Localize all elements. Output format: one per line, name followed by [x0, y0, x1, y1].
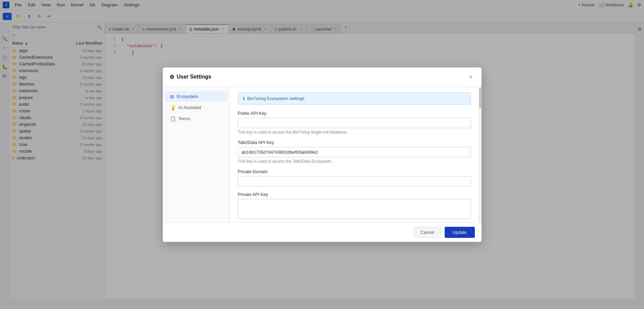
- lightbulb-icon: 💡: [170, 105, 176, 110]
- update-button[interactable]: Update: [445, 227, 475, 238]
- private-api-key-label: Private API Key: [238, 192, 471, 197]
- private-domain-input[interactable]: [238, 176, 471, 187]
- talk2data-api-key-label: Talk2Data API Key: [238, 140, 471, 145]
- modal-sidebar: ⊞ Ecosystem 💡 AI Assistant 📋 Terms: [163, 87, 230, 222]
- talk2data-api-key-input[interactable]: [238, 147, 471, 157]
- user-settings-modal: ⚙ User Settings × ⊞ Ecosystem 💡 AI Assis…: [163, 67, 482, 242]
- cancel-button[interactable]: Cancel: [413, 227, 441, 238]
- public-api-key-hint: This key is used to access the BioTuring…: [238, 130, 471, 135]
- public-api-key-label: Public API Key: [238, 111, 471, 116]
- modal-form-content: ℹ BioTuring Ecosystem settings Public AP…: [230, 87, 479, 222]
- modal-header: ⚙ User Settings ×: [163, 67, 482, 87]
- grid-icon: ⊞: [170, 94, 174, 99]
- modal-footer: Cancel Update: [163, 222, 482, 242]
- nav-item-ai-assistant[interactable]: 💡 AI Assistant: [165, 102, 228, 113]
- private-api-key-input[interactable]: [238, 199, 471, 219]
- private-domain-label: Private Domain: [238, 169, 471, 174]
- settings-gear-icon: ⚙: [169, 74, 174, 80]
- doc-icon: 📋: [170, 116, 176, 121]
- modal-title: ⚙ User Settings: [169, 74, 211, 80]
- nav-item-ecosystem-label: Ecosystem: [177, 94, 198, 99]
- info-banner-text: BioTuring Ecosystem settings: [247, 96, 305, 101]
- nav-item-ecosystem[interactable]: ⊞ Ecosystem: [165, 91, 228, 102]
- talk2data-api-key-hint: This key is used to access the Talk2Data…: [238, 159, 471, 164]
- modal-body: ⊞ Ecosystem 💡 AI Assistant 📋 Terms ℹ Bio…: [163, 87, 482, 222]
- modal-scrollbar[interactable]: [479, 87, 482, 222]
- modal-overlay: ⚙ User Settings × ⊞ Ecosystem 💡 AI Assis…: [0, 0, 644, 309]
- scrollbar-thumb: [479, 88, 481, 108]
- info-icon: ℹ: [243, 96, 245, 101]
- public-api-key-input[interactable]: [238, 118, 471, 128]
- info-banner: ℹ BioTuring Ecosystem settings: [238, 92, 471, 105]
- nav-item-terms[interactable]: 📋 Terms: [165, 113, 228, 124]
- public-api-key-group: Public API Key This key is used to acces…: [238, 111, 471, 135]
- nav-item-terms-label: Terms: [179, 116, 190, 121]
- nav-item-ai-label: AI Assistant: [179, 105, 201, 110]
- modal-close-button[interactable]: ×: [467, 73, 475, 81]
- private-api-key-group: Private API Key: [238, 192, 471, 219]
- private-domain-group: Private Domain: [238, 169, 471, 187]
- talk2data-api-key-group: Talk2Data API Key This key is used to ac…: [238, 140, 471, 164]
